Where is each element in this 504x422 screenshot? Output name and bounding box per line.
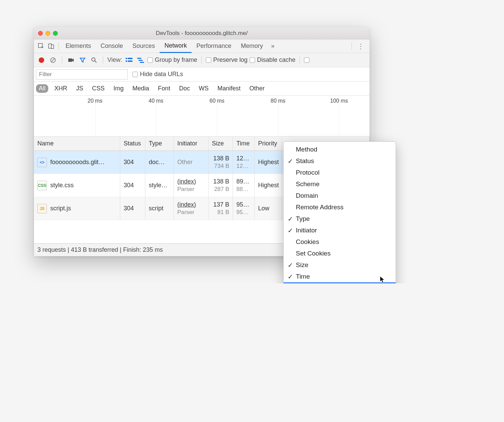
- svg-rect-2: [51, 45, 54, 49]
- request-status: 304: [120, 174, 145, 197]
- tab-sources[interactable]: Sources: [128, 39, 160, 53]
- initiator-link[interactable]: (index): [177, 178, 196, 186]
- menu-item-remote-address[interactable]: Remote Address: [284, 201, 396, 213]
- type-filter-all[interactable]: All: [36, 84, 48, 93]
- camera-icon[interactable]: [66, 55, 76, 65]
- inspect-element-icon[interactable]: [36, 41, 46, 51]
- menu-item-domain[interactable]: Domain: [284, 190, 396, 201]
- request-type: script: [145, 197, 174, 220]
- svg-line-4: [51, 58, 55, 62]
- disable-cache-checkbox[interactable]: Disable cache: [250, 56, 295, 64]
- titlebar: DevTools - fooooooooods.glitch.me/: [34, 27, 370, 39]
- divider: [103, 56, 103, 64]
- more-tabs-button[interactable]: »: [268, 42, 278, 50]
- column-time[interactable]: Time: [233, 137, 255, 151]
- menu-item-status[interactable]: ✓Status: [284, 155, 396, 167]
- tab-elements[interactable]: Elements: [61, 39, 96, 53]
- filter-input[interactable]: [36, 69, 128, 80]
- column-name[interactable]: Name: [34, 137, 120, 151]
- view-label: View:: [107, 56, 122, 64]
- request-name: script.js: [50, 205, 71, 212]
- type-filter-ws[interactable]: WS: [196, 84, 211, 93]
- svg-point-6: [92, 58, 95, 61]
- menu-item-scheme[interactable]: Scheme: [284, 178, 396, 190]
- column-type[interactable]: Type: [145, 137, 174, 151]
- svg-rect-8: [126, 58, 127, 59]
- svg-rect-10: [126, 60, 127, 62]
- column-priority[interactable]: Priority: [255, 137, 282, 151]
- check-icon: ✓: [288, 273, 293, 281]
- column-status[interactable]: Status: [120, 137, 145, 151]
- request-priority: Highest: [255, 174, 282, 197]
- menu-item-set-cookies[interactable]: Set Cookies: [284, 248, 396, 259]
- menu-item-initiator[interactable]: ✓Initiator: [284, 225, 396, 236]
- tab-performance[interactable]: Performance: [192, 39, 236, 53]
- svg-rect-5: [68, 58, 72, 62]
- hide-data-urls-checkbox[interactable]: Hide data URLs: [132, 71, 183, 78]
- menu-item-cookies[interactable]: Cookies: [284, 236, 396, 248]
- svg-rect-11: [128, 60, 132, 62]
- file-js-icon: JS: [37, 204, 47, 213]
- timeline[interactable]: 20 ms40 ms60 ms80 ms100 ms: [34, 96, 370, 137]
- divider: [352, 42, 352, 50]
- request-status: 304: [120, 151, 145, 174]
- file-css-icon: CSS: [37, 181, 47, 190]
- request-name: fooooooooods.glit…: [50, 159, 105, 166]
- menu-item-size[interactable]: ✓Size: [284, 259, 396, 271]
- type-filter-xhr[interactable]: XHR: [52, 84, 70, 93]
- initiator-link: Other: [177, 158, 193, 166]
- type-filter-manifest[interactable]: Manifest: [215, 84, 243, 93]
- svg-rect-9: [128, 58, 132, 59]
- request-name: style.css: [50, 182, 74, 189]
- maximize-window-button[interactable]: [53, 31, 58, 36]
- type-filter-row: AllXHRJSCSSImgMediaFontDocWSManifestOthe…: [34, 82, 370, 96]
- type-filter-img[interactable]: Img: [111, 84, 126, 93]
- type-filter-other[interactable]: Other: [247, 84, 267, 93]
- svg-rect-14: [140, 62, 144, 63]
- menu-item-method[interactable]: Method: [284, 144, 396, 155]
- large-rows-icon[interactable]: [124, 55, 134, 65]
- divider: [201, 56, 202, 64]
- search-icon[interactable]: [89, 55, 99, 65]
- minimize-window-button[interactable]: [46, 31, 50, 36]
- device-toolbar-icon[interactable]: [46, 41, 56, 51]
- divider: [58, 42, 59, 50]
- svg-rect-13: [139, 60, 143, 61]
- initiator-link[interactable]: (index): [177, 201, 196, 209]
- svg-rect-12: [137, 58, 141, 59]
- waterfall-view-icon[interactable]: [136, 55, 145, 65]
- close-window-button[interactable]: [38, 31, 43, 36]
- column-initiator[interactable]: Initiator: [174, 137, 209, 151]
- record-button[interactable]: [37, 55, 46, 65]
- type-filter-font[interactable]: Font: [155, 84, 173, 93]
- tab-console[interactable]: Console: [96, 39, 128, 53]
- type-filter-media[interactable]: Media: [130, 84, 152, 93]
- type-filter-css[interactable]: CSS: [89, 84, 107, 93]
- type-filter-js[interactable]: JS: [73, 84, 86, 93]
- check-icon: ✓: [288, 157, 293, 165]
- menu-item-protocol[interactable]: Protocol: [284, 167, 396, 178]
- devtools-window: DevTools - fooooooooods.glitch.me/ Eleme…: [34, 27, 370, 256]
- window-title: DevTools - fooooooooods.glitch.me/: [34, 30, 370, 37]
- main-tabs: ElementsConsoleSourcesNetworkPerformance…: [34, 39, 370, 53]
- clear-icon[interactable]: [48, 55, 58, 65]
- filter-icon[interactable]: [78, 55, 87, 65]
- filter-row: Hide data URLs: [34, 67, 370, 82]
- menu-item-priority[interactable]: ✓Priority: [284, 282, 396, 283]
- column-size[interactable]: Size: [209, 137, 233, 151]
- offline-checkbox[interactable]: [304, 57, 309, 63]
- request-priority: Low: [255, 197, 282, 220]
- request-type: style…: [145, 174, 174, 197]
- menu-item-type[interactable]: ✓Type: [284, 213, 396, 225]
- tab-memory[interactable]: Memory: [236, 39, 268, 53]
- menu-item-time[interactable]: ✓Time: [284, 271, 396, 282]
- cursor-icon: [380, 276, 386, 283]
- request-priority: Highest: [255, 151, 282, 174]
- settings-menu-icon[interactable]: ⋮: [354, 42, 367, 50]
- tab-network[interactable]: Network: [160, 39, 192, 53]
- preserve-log-checkbox[interactable]: Preserve log: [206, 56, 248, 64]
- type-filter-doc[interactable]: Doc: [176, 84, 193, 93]
- file-doc-icon: <>: [37, 158, 47, 167]
- divider: [300, 56, 300, 64]
- group-by-frame-checkbox[interactable]: Group by frame: [147, 56, 197, 64]
